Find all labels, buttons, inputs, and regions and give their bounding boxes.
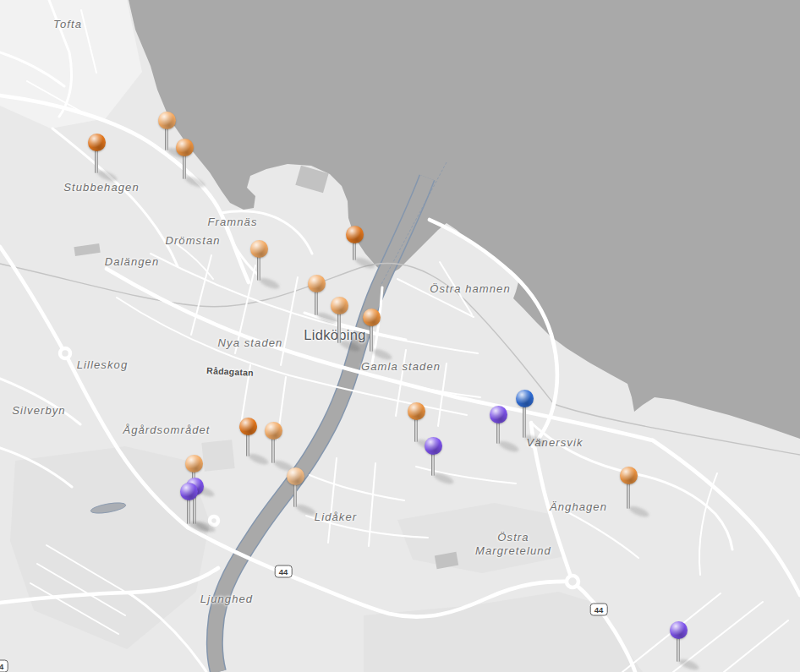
pin-head	[88, 134, 106, 151]
map-label-ljunghed: Ljunghed	[200, 593, 253, 606]
route-badge-44: 44	[0, 660, 8, 672]
pin-head	[670, 621, 688, 639]
pin-head	[239, 418, 257, 435]
map-label-lid-ker: Lidåker	[315, 511, 357, 524]
pin-head	[425, 437, 442, 455]
pin-head	[180, 483, 198, 500]
pin-head	[176, 139, 194, 156]
map-canvas[interactable]: ToftaStubbehagenFramnäsDrömstanDalängenL…	[0, 0, 800, 672]
pin-head	[185, 455, 203, 473]
pin-head	[308, 275, 326, 292]
map-label-dal-ngen: Dalängen	[105, 255, 159, 269]
pin-head	[250, 240, 268, 258]
pin-head	[287, 467, 304, 485]
map-label-dr-mstan: Drömstan	[165, 234, 220, 248]
route-badge-44: 44	[275, 565, 293, 578]
map-label-stubbehagen: Stubbehagen	[63, 181, 139, 194]
map-label-lilleskog: Lilleskog	[77, 358, 129, 372]
map-label--stra-hamnen: Östra hamnen	[430, 282, 511, 296]
map-label-lidk-ping: Lidköping	[304, 326, 365, 344]
map-label-nya-staden: Nya staden	[218, 336, 283, 350]
pin-head	[620, 467, 638, 484]
map-label--nghagen: Änghagen	[550, 500, 607, 514]
pin-head	[363, 309, 381, 326]
pin-head	[331, 297, 348, 314]
map-label-silverbyn: Silverbyn	[12, 404, 65, 418]
pin-head	[346, 226, 364, 243]
map-label--stra-margretelund: Östra Margretelund	[475, 531, 551, 559]
map-label-r-dagatan: Rådagatan	[206, 365, 254, 379]
pin-head	[265, 422, 282, 440]
map-label-tofta: Tofta	[53, 18, 82, 31]
map-graphics	[0, 0, 800, 672]
map-label-gamla-staden: Gamla staden	[361, 360, 441, 374]
pin-head	[516, 390, 534, 407]
route-badge-44: 44	[590, 604, 608, 616]
pin-head	[490, 406, 507, 423]
pin-head	[158, 112, 176, 129]
map-label-framn-s: Framnäs	[208, 216, 258, 229]
pin-head	[408, 402, 425, 420]
map-label--g-rdsomr-det: Ågårdsområdet	[123, 423, 210, 437]
